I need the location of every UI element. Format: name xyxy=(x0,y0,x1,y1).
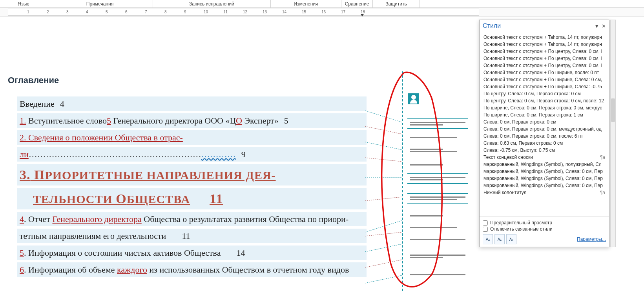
dropdown-icon[interactable]: ▼ xyxy=(594,23,599,29)
style-item[interactable]: Основной текст с отступом + По центру, С… xyxy=(480,62,609,69)
toc-item-4b[interactable]: тетным направлениям его деятельности11 xyxy=(17,229,367,243)
tab-comments[interactable]: Примечания xyxy=(47,0,153,7)
style-item[interactable]: По центру, Слева: 0 см, Первая строка: 0… xyxy=(480,90,609,97)
styles-options-link[interactable]: Параметры... xyxy=(577,236,606,242)
reviewer-avatar-icon[interactable] xyxy=(408,93,419,104)
manage-styles-button[interactable]: Aₐ xyxy=(506,234,516,244)
toc-item-2a[interactable]: 2. Сведения о положении Общества в отрас… xyxy=(17,130,367,145)
revision-balloon[interactable] xyxy=(407,236,468,243)
document-area: Оглавление Введение4 1. Вступительное сл… xyxy=(0,16,644,291)
horizontal-ruler[interactable]: 1 2 3 4 5 6 7 8 9 10 11 12 13 14 15 16 1… xyxy=(0,8,644,16)
tab-track-changes[interactable]: Запись исправлений xyxy=(153,0,271,7)
toc-item-1[interactable]: 1. Вступительное слово5 Генерального дир… xyxy=(17,113,367,128)
style-item[interactable]: Основной текст с отступом + По ширине, п… xyxy=(480,69,609,76)
styles-scrollbar[interactable] xyxy=(610,20,616,247)
style-item[interactable]: Основной текст с отступом + Tahoma, 14 п… xyxy=(480,41,609,48)
new-style-button[interactable]: A₄ xyxy=(483,234,493,244)
style-item[interactable]: Основной текст с отступом + По ширине, С… xyxy=(480,76,609,83)
tab-compare[interactable]: Сравнение xyxy=(341,0,373,7)
toc-item-3a[interactable]: 3. ПРИОРИТЕТНЫЕ НАПРАВЛЕНИЯ ДЕЯ- xyxy=(17,164,367,186)
tab-language[interactable]: Язык xyxy=(0,0,47,7)
revision-balloon[interactable] xyxy=(407,193,468,204)
style-item[interactable]: Основной текст с отступом + По центру, С… xyxy=(480,48,609,55)
style-item[interactable]: По центру, Слева: 0 см, Первая строка: 0… xyxy=(480,97,609,104)
style-item[interactable]: маркированный, Wingdings (Symbol), Слева… xyxy=(480,168,609,175)
style-item[interactable]: Основной текст с отступом + По ширине, С… xyxy=(480,83,609,90)
track-changes-column xyxy=(396,16,475,291)
revision-balloon[interactable] xyxy=(407,271,468,278)
revision-balloon[interactable] xyxy=(407,224,468,231)
style-item[interactable]: Слева: 0.63 см, Первая строка: 0 см xyxy=(480,140,609,147)
style-item[interactable]: маркированный, Wingdings (Symbol), Слева… xyxy=(480,182,609,189)
toc-item-5[interactable]: 5. Информация о состоянии чистых активов… xyxy=(17,246,367,260)
style-item[interactable]: Слева: -0.75 см, Выступ: 0.75 см xyxy=(480,147,609,154)
revision-balloon[interactable] xyxy=(407,213,468,219)
revision-balloon[interactable] xyxy=(407,134,468,141)
scrollbar-thumb[interactable] xyxy=(611,98,615,122)
toc-item-4a[interactable]: 4. Отчет Генерального директора Общества… xyxy=(17,212,367,226)
revision-balloon[interactable] xyxy=(407,162,468,168)
preview-checkbox[interactable]: Предварительный просмотр xyxy=(483,220,606,226)
close-icon[interactable]: ✕ xyxy=(602,23,606,29)
style-item[interactable]: Основной текст с отступом + По центру, С… xyxy=(480,55,609,62)
toc-item-6[interactable]: 6. Информация об объеме каждого из испол… xyxy=(17,262,367,277)
styles-pane-title: Стили xyxy=(483,22,501,29)
style-item[interactable]: маркированный, Wingdings (Symbol), Слева… xyxy=(480,175,609,182)
toc-heading: Оглавление xyxy=(8,75,396,85)
ribbon-tabs: Язык Примечания Запись исправлений Измен… xyxy=(0,0,644,8)
style-item[interactable]: маркированный, Wingdings (Symbol), полуж… xyxy=(480,161,609,168)
revision-balloon[interactable] xyxy=(407,118,468,129)
styles-list[interactable]: Основной текст с отступом + Tahoma, 14 п… xyxy=(480,32,609,216)
toc-item-2b[interactable]: ли………………………………………………………………9 xyxy=(17,147,367,162)
styles-pane: Стили ▼ ✕ Основной текст с отступом + Ta… xyxy=(479,20,609,247)
tab-changes[interactable]: Изменения xyxy=(271,0,341,7)
style-item[interactable]: Нижний колонтитул¶a xyxy=(480,189,609,196)
document-page[interactable]: Оглавление Введение4 1. Вступительное сл… xyxy=(0,16,396,291)
revision-balloon[interactable] xyxy=(407,146,468,155)
style-inspector-button[interactable]: A₄ xyxy=(494,234,505,244)
paragraph-mark-icon: ¶a xyxy=(600,190,605,195)
revision-balloon[interactable] xyxy=(407,252,468,261)
revision-balloon[interactable] xyxy=(407,173,468,184)
disable-linked-checkbox[interactable]: Отключить связанные стили xyxy=(483,226,606,232)
style-item[interactable]: Основной текст с отступом + Tahoma, 14 п… xyxy=(480,34,609,41)
toc-item-3b[interactable]: ТЕЛЬНОСТИ ОБЩЕСТВА11 xyxy=(17,188,367,209)
style-item[interactable]: Слева: 0 см, Первая строка: 0 см, междус… xyxy=(480,125,609,133)
toc-item-intro[interactable]: Введение4 xyxy=(17,96,367,111)
tab-protect[interactable]: Защитить xyxy=(373,0,420,7)
style-item[interactable]: Слева: 0 см, Первая строка: 0 см, после:… xyxy=(480,133,609,140)
style-item[interactable]: По ширине, Слева: 0 см, Первая строка: 1… xyxy=(480,111,609,118)
revision-bar xyxy=(402,71,403,291)
style-item[interactable]: Слева: 0 см, Первая строка: 0 см xyxy=(480,118,609,125)
style-item[interactable]: По ширине, Слева: 0 см, Первая строка: 0… xyxy=(480,104,609,111)
style-item[interactable]: Текст концевой сноски¶a xyxy=(480,154,609,161)
paragraph-mark-icon: ¶a xyxy=(600,155,605,160)
